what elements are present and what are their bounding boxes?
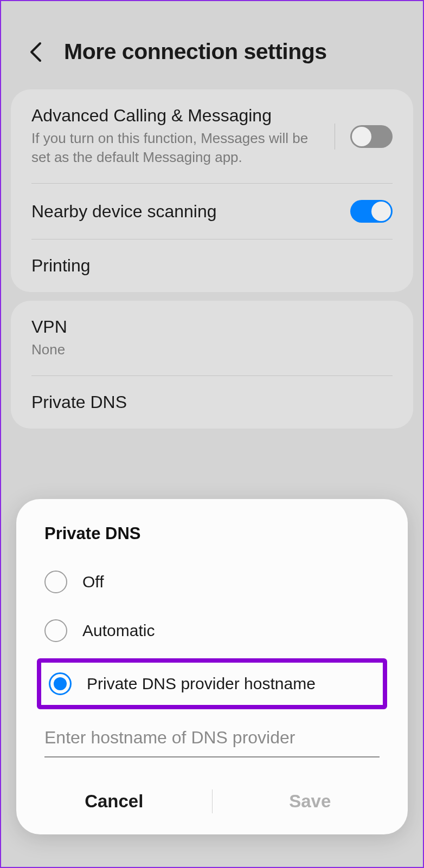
- row-subtitle: If you turn on this function, Messages w…: [31, 129, 324, 167]
- settings-group-2: VPN None Private DNS: [11, 301, 413, 429]
- radio-label: Private DNS provider hostname: [87, 675, 316, 693]
- dialog-buttons: Cancel Save: [16, 781, 408, 821]
- page-title: More connection settings: [64, 39, 327, 64]
- row-title: Advanced Calling & Messaging: [31, 106, 324, 126]
- header: More connection settings: [1, 1, 423, 81]
- dialog-title: Private DNS: [16, 524, 408, 543]
- row-subtitle: None: [31, 340, 382, 359]
- back-icon[interactable]: [28, 41, 42, 63]
- radio-option-hostname[interactable]: Private DNS provider hostname: [37, 658, 387, 709]
- row-private-dns[interactable]: Private DNS: [31, 376, 393, 429]
- save-button[interactable]: Save: [213, 781, 408, 821]
- radio-icon: [44, 571, 67, 593]
- settings-group-1: Advanced Calling & Messaging If you turn…: [11, 89, 413, 292]
- row-vpn[interactable]: VPN None: [31, 301, 393, 376]
- row-title: Printing: [31, 256, 382, 276]
- dns-hostname-input[interactable]: [44, 722, 380, 757]
- row-title: Nearby device scanning: [31, 202, 339, 222]
- row-title: Private DNS: [31, 392, 382, 412]
- row-nearby-scanning[interactable]: Nearby device scanning: [31, 184, 393, 239]
- toggle-nearby-scanning[interactable]: [350, 200, 393, 223]
- radio-option-off[interactable]: Off: [16, 558, 408, 606]
- row-advanced-calling[interactable]: Advanced Calling & Messaging If you turn…: [31, 89, 393, 184]
- radio-label: Off: [82, 573, 104, 591]
- row-title: VPN: [31, 317, 382, 337]
- radio-icon: [49, 672, 72, 695]
- toggle-advanced-calling[interactable]: [350, 125, 393, 148]
- private-dns-dialog: Private DNS Off Automatic Private DNS pr…: [16, 499, 408, 834]
- row-printing[interactable]: Printing: [31, 239, 393, 292]
- cancel-button[interactable]: Cancel: [16, 781, 212, 821]
- radio-label: Automatic: [82, 621, 155, 640]
- divider: [335, 124, 335, 150]
- radio-option-automatic[interactable]: Automatic: [16, 606, 408, 655]
- radio-icon: [44, 619, 67, 642]
